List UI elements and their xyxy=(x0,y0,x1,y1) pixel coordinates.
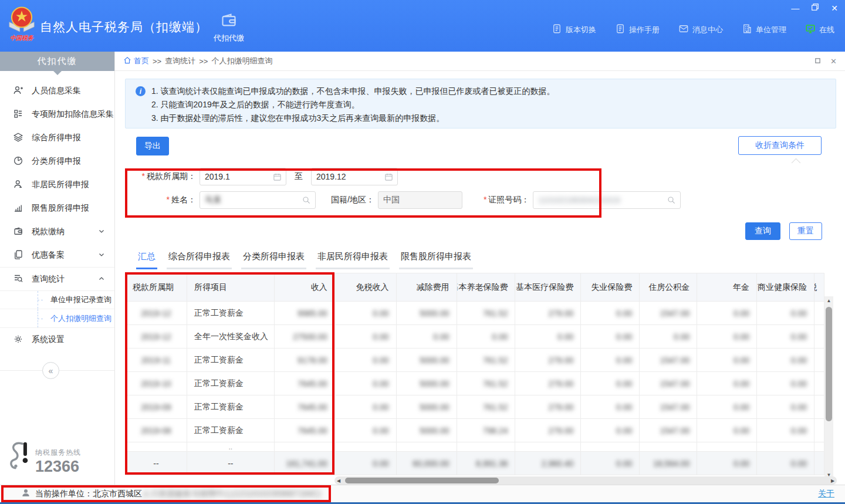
sidebar-item-2[interactable]: 综合所得申报 xyxy=(0,126,114,150)
reset-button[interactable]: 重置 xyxy=(789,222,822,240)
sidebar-item-3[interactable]: 分类所得申报 xyxy=(0,150,114,173)
cell-item: 正常工资薪金 xyxy=(187,419,275,442)
sidebar-item-5[interactable]: 限售股所得申报 xyxy=(0,197,114,220)
search-icon[interactable] xyxy=(667,195,676,205)
cell-ellipsis-11 xyxy=(814,442,824,452)
table-row-0[interactable]: 2019-12正常工资薪金9985.000.005000.00761.52279… xyxy=(126,302,824,325)
scroll-right-icon[interactable]: ▶ xyxy=(829,476,837,485)
header-menu-item-0[interactable]: 版本切换 xyxy=(552,23,596,36)
notice-line-2: 2. 只能查询2019年及之后的数据，不能进行跨年度查询。 xyxy=(151,98,826,111)
scroll-up-icon[interactable]: ▲ xyxy=(824,296,833,305)
cell-value-7: 0.00 xyxy=(697,372,757,395)
search-icon[interactable] xyxy=(302,195,311,205)
tab-3[interactable]: 非居民所得申报表 xyxy=(316,248,390,269)
notice-box: i 1. 该查询统计表仅能查询已申报成功的数据，不包含未申报、申报失败，已申报但… xyxy=(125,79,836,128)
pane-maximize-icon[interactable] xyxy=(814,57,821,66)
footer-value-5: 0.00 xyxy=(581,452,640,475)
sidebar-collapse-button[interactable]: « xyxy=(42,362,59,379)
cell-value-8: 0.00 xyxy=(757,372,814,395)
sidebar-item-9[interactable]: 系统设置 xyxy=(0,328,114,351)
cell-value-4: 279.00 xyxy=(515,395,581,419)
period-from-input[interactable]: 2019.1 xyxy=(200,168,286,185)
cell-value-7: 0.00 xyxy=(697,419,757,442)
table-header-cell-4: 减除费用 xyxy=(397,273,457,302)
sidebar-header: 代扣代缴 xyxy=(0,52,114,71)
module-tab-daikou[interactable]: 代扣代缴 xyxy=(204,7,254,48)
pie-chart-icon xyxy=(13,155,23,168)
breadcrumb-home[interactable]: 首页 xyxy=(123,56,149,66)
header-menu: 版本切换操作手册消息中心单位管理在线 xyxy=(552,23,834,36)
tab-4[interactable]: 限售股所得申报表 xyxy=(399,248,473,269)
mail-icon xyxy=(678,23,689,36)
calendar-icon[interactable] xyxy=(273,172,282,181)
vertical-scrollbar[interactable]: ▲ ▼ xyxy=(824,296,833,479)
table-row-2[interactable]: 2019-11正常工资薪金9178.000.005000.00761.52279… xyxy=(126,349,824,372)
table-row-3[interactable]: 2019-10正常工资薪金7645.000.005000.00761.52279… xyxy=(126,372,824,395)
footer-value-2: 60,000.00 xyxy=(397,452,457,475)
cell-value-2: 5000.00 xyxy=(397,419,457,442)
breadcrumb-item-query-stats[interactable]: 查询统计 xyxy=(165,56,195,66)
table-row-5[interactable]: 2019-08正常工资薪金7645.000.005000.00798.24279… xyxy=(126,419,824,442)
period-to-input[interactable]: 2019.12 xyxy=(311,168,398,185)
cell-value-1: 0.00 xyxy=(335,395,397,419)
horizontal-scrollbar[interactable]: ◀ ▶ xyxy=(334,476,837,485)
name-input[interactable]: 马某 xyxy=(200,191,316,209)
breadcrumb: 首页 >> 查询统计 >> 个人扣缴明细查询 ✕ xyxy=(115,52,845,71)
cell-value-2: 5000.00 xyxy=(397,372,457,395)
export-button[interactable]: 导出 xyxy=(136,137,169,155)
id-number-input[interactable]: 110102199304222319 xyxy=(533,191,681,209)
query-button[interactable]: 查询 xyxy=(745,222,780,240)
table-header-cell-6: 基本医疗保险费 xyxy=(515,273,581,302)
table-footer-row: ----161,741.000.0060,000.008,991.362,960… xyxy=(126,452,824,475)
scroll-left-icon[interactable]: ◀ xyxy=(334,476,343,485)
restore-icon[interactable] xyxy=(811,3,819,13)
header-menu-item-2[interactable]: 消息中心 xyxy=(678,23,723,36)
tab-2[interactable]: 分类所得申报表 xyxy=(241,248,306,269)
current-unit-redacted: 人力资源服务与保障中心(12110102359687184C) xyxy=(142,489,321,498)
close-icon[interactable]: ✕ xyxy=(831,3,838,13)
person-icon xyxy=(13,179,23,191)
sidebar-item-4[interactable]: 非居民所得申报 xyxy=(0,173,114,197)
footer-value-partial xyxy=(814,452,824,475)
vertical-scroll-thumb[interactable] xyxy=(826,307,832,421)
logo-caption: 中国税务 xyxy=(10,34,33,42)
footer-period: -- xyxy=(126,452,187,475)
about-link[interactable]: 关于 xyxy=(818,489,834,499)
footer-value-4: 2,960.40 xyxy=(515,452,581,475)
header-menu-item-3[interactable]: 单位管理 xyxy=(742,23,786,36)
sidebar-item-0[interactable]: 人员信息采集 xyxy=(0,79,114,103)
cell-value-partial xyxy=(814,419,824,442)
pane-close-icon[interactable]: ✕ xyxy=(830,57,837,66)
sidebar-subitem-1[interactable]: 个人扣缴明细查询 xyxy=(0,309,114,327)
sidebar-item-7[interactable]: 优惠备案 xyxy=(0,243,114,267)
breadcrumb-sep: >> xyxy=(199,57,208,66)
cell-value-3: 0.00 xyxy=(457,325,516,349)
tab-0[interactable]: 汇总 xyxy=(136,248,157,269)
tab-1[interactable]: 综合所得申报表 xyxy=(167,248,232,269)
horizontal-scroll-thumb[interactable] xyxy=(345,478,499,483)
table-row-1[interactable]: 2019-12全年一次性奖金收入27500.000.000.000.000.00… xyxy=(126,325,824,349)
header-menu-item-4[interactable]: 在线 xyxy=(805,23,834,36)
cell-value-0: 7645.00 xyxy=(275,395,335,419)
hotline-block: 纳税服务热线 12366 xyxy=(8,439,81,475)
minimize-icon[interactable]: — xyxy=(791,3,799,13)
collapse-filters-button[interactable]: 收折查询条件 xyxy=(738,136,822,155)
table-row-4[interactable]: 2019-09正常工资薪金7645.000.005000.00761.52279… xyxy=(126,395,824,419)
nationality-label: 国籍/地区： xyxy=(331,195,374,205)
sidebar-item-6[interactable]: 税款缴纳 xyxy=(0,220,114,243)
footer-value-8: 0.00 xyxy=(757,452,814,475)
calendar-icon[interactable] xyxy=(384,172,393,181)
home-icon xyxy=(123,56,131,66)
sidebar-item-1[interactable]: 专项附加扣除信息采集 xyxy=(0,103,114,126)
document-icon xyxy=(615,23,626,36)
chevron-up-icon xyxy=(98,275,105,284)
cell-value-3: 798.24 xyxy=(457,419,516,442)
sidebar-subitem-0[interactable]: 单位申报记录查询 xyxy=(0,291,114,309)
sidebar-submenu: 单位申报记录查询个人扣缴明细查询 xyxy=(0,290,114,328)
cell-value-8: 0.00 xyxy=(757,302,814,325)
sidebar-menu: 人员信息采集专项附加扣除信息采集综合所得申报分类所得申报非居民所得申报限售股所得… xyxy=(0,79,114,351)
header-menu-item-1[interactable]: 操作手册 xyxy=(615,23,660,36)
cell-value-7: 0.00 xyxy=(697,302,757,325)
sidebar-item-8[interactable]: 查询统计 xyxy=(0,267,114,290)
cell-value-5: 0.00 xyxy=(581,372,640,395)
